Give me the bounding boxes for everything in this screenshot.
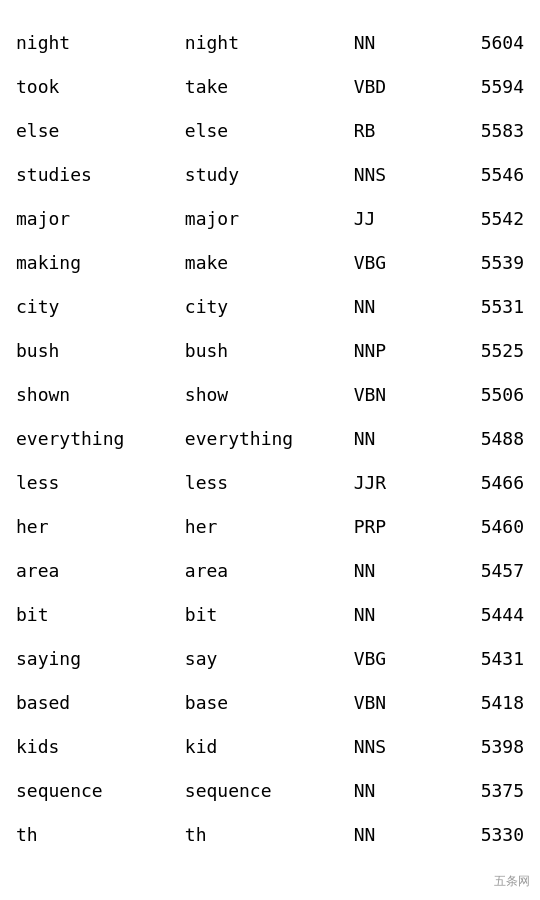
table-row: took take VBD 5594 xyxy=(10,64,530,108)
cell-lemma: her xyxy=(179,504,348,548)
cell-word: area xyxy=(10,548,179,592)
cell-word: saying xyxy=(10,636,179,680)
table-row: kids kid NNS 5398 xyxy=(10,724,530,768)
table-row: city city NN 5531 xyxy=(10,284,530,328)
watermark: 五条网 xyxy=(494,873,530,890)
cell-lemma: bit xyxy=(179,592,348,636)
cell-lemma: make xyxy=(179,240,348,284)
table-row: th th NN 5330 xyxy=(10,812,530,856)
table-row: else else RB 5583 xyxy=(10,108,530,152)
cell-lemma: city xyxy=(179,284,348,328)
cell-word: making xyxy=(10,240,179,284)
cell-count: 5398 xyxy=(432,724,530,768)
table-row: everything everything NN 5488 xyxy=(10,416,530,460)
cell-word: shown xyxy=(10,372,179,416)
cell-pos: NNS xyxy=(348,724,432,768)
cell-count: 5431 xyxy=(432,636,530,680)
table-row: studies study NNS 5546 xyxy=(10,152,530,196)
table-row: bush bush NNP 5525 xyxy=(10,328,530,372)
table-row: sequence sequence NN 5375 xyxy=(10,768,530,812)
cell-pos: NN xyxy=(348,284,432,328)
cell-pos: VBG xyxy=(348,240,432,284)
cell-lemma: take xyxy=(179,64,348,108)
cell-word: major xyxy=(10,196,179,240)
cell-word: th xyxy=(10,812,179,856)
cell-count: 5466 xyxy=(432,460,530,504)
table-row: major major JJ 5542 xyxy=(10,196,530,240)
cell-lemma: major xyxy=(179,196,348,240)
cell-pos: NN xyxy=(348,20,432,64)
cell-word: her xyxy=(10,504,179,548)
cell-count: 5546 xyxy=(432,152,530,196)
table-row: based base VBN 5418 xyxy=(10,680,530,724)
cell-word: city xyxy=(10,284,179,328)
cell-lemma: study xyxy=(179,152,348,196)
cell-count: 5539 xyxy=(432,240,530,284)
cell-pos: PRP xyxy=(348,504,432,548)
cell-lemma: night xyxy=(179,20,348,64)
table-row: making make VBG 5539 xyxy=(10,240,530,284)
cell-count: 5444 xyxy=(432,592,530,636)
cell-lemma: less xyxy=(179,460,348,504)
cell-word: less xyxy=(10,460,179,504)
table-row: her her PRP 5460 xyxy=(10,504,530,548)
cell-pos: JJR xyxy=(348,460,432,504)
cell-lemma: everything xyxy=(179,416,348,460)
cell-pos: NN xyxy=(348,548,432,592)
cell-word: else xyxy=(10,108,179,152)
cell-word: bush xyxy=(10,328,179,372)
cell-count: 5525 xyxy=(432,328,530,372)
cell-word: studies xyxy=(10,152,179,196)
cell-lemma: show xyxy=(179,372,348,416)
cell-count: 5375 xyxy=(432,768,530,812)
cell-word: everything xyxy=(10,416,179,460)
cell-pos: VBD xyxy=(348,64,432,108)
cell-pos: NN xyxy=(348,812,432,856)
cell-lemma: area xyxy=(179,548,348,592)
cell-count: 5418 xyxy=(432,680,530,724)
cell-count: 5457 xyxy=(432,548,530,592)
cell-lemma: say xyxy=(179,636,348,680)
cell-count: 5604 xyxy=(432,20,530,64)
cell-pos: RB xyxy=(348,108,432,152)
table-row: less less JJR 5466 xyxy=(10,460,530,504)
table-row: night night NN 5604 xyxy=(10,20,530,64)
cell-count: 5506 xyxy=(432,372,530,416)
cell-count: 5594 xyxy=(432,64,530,108)
cell-count: 5488 xyxy=(432,416,530,460)
cell-word: bit xyxy=(10,592,179,636)
cell-lemma: bush xyxy=(179,328,348,372)
cell-lemma: kid xyxy=(179,724,348,768)
cell-pos: NN xyxy=(348,592,432,636)
cell-lemma: sequence xyxy=(179,768,348,812)
cell-pos: VBG xyxy=(348,636,432,680)
cell-lemma: base xyxy=(179,680,348,724)
cell-word: sequence xyxy=(10,768,179,812)
cell-count: 5330 xyxy=(432,812,530,856)
table-row: area area NN 5457 xyxy=(10,548,530,592)
cell-count: 5542 xyxy=(432,196,530,240)
cell-word: based xyxy=(10,680,179,724)
table-row: saying say VBG 5431 xyxy=(10,636,530,680)
table-row: bit bit NN 5444 xyxy=(10,592,530,636)
cell-pos: VBN xyxy=(348,372,432,416)
cell-lemma: th xyxy=(179,812,348,856)
cell-word: kids xyxy=(10,724,179,768)
cell-pos: NN xyxy=(348,768,432,812)
table-row: shown show VBN 5506 xyxy=(10,372,530,416)
cell-pos: NNP xyxy=(348,328,432,372)
cell-lemma: else xyxy=(179,108,348,152)
cell-count: 5460 xyxy=(432,504,530,548)
cell-count: 5531 xyxy=(432,284,530,328)
cell-count: 5583 xyxy=(432,108,530,152)
cell-pos: NNS xyxy=(348,152,432,196)
cell-pos: VBN xyxy=(348,680,432,724)
cell-word: night xyxy=(10,20,179,64)
word-frequency-table: night night NN 5604 took take VBD 5594 e… xyxy=(10,20,530,856)
cell-pos: NN xyxy=(348,416,432,460)
cell-pos: JJ xyxy=(348,196,432,240)
cell-word: took xyxy=(10,64,179,108)
